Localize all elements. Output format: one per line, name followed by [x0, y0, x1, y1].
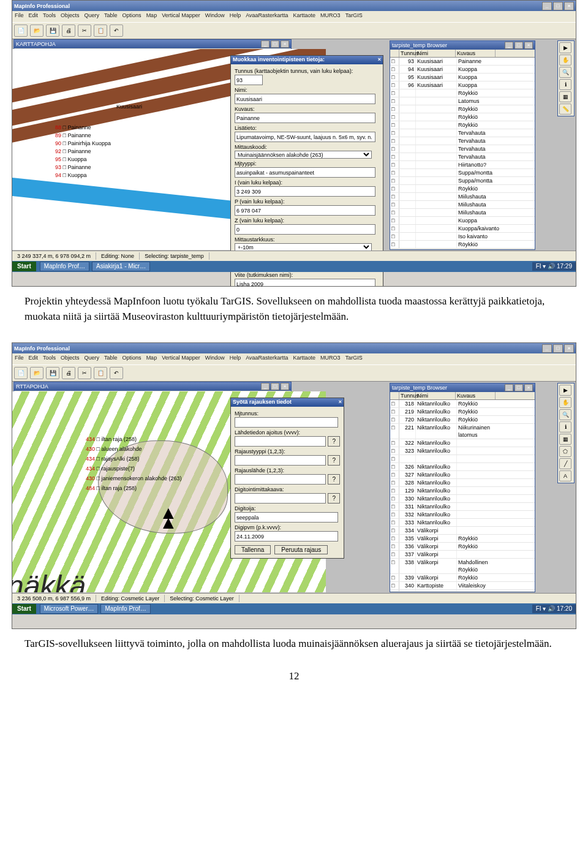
kuvaus-input[interactable]: [235, 113, 375, 123]
table-row[interactable]: □334Välikorpi: [390, 527, 535, 535]
new-icon[interactable]: 📄: [14, 367, 28, 379]
mkoodi-select[interactable]: Muinaisjäännöksen alakohde (263): [235, 151, 372, 159]
menu-item[interactable]: Window: [205, 354, 225, 364]
tool-palette[interactable]: ▶✋🔍ℹ▦⬠╱A: [557, 383, 575, 483]
lisatieto-input[interactable]: [235, 132, 375, 142]
table-row[interactable]: □318NiktanriloulkoRöykkiö: [390, 400, 535, 408]
menu-item[interactable]: Tools: [43, 12, 56, 21]
table-row[interactable]: □Suppa/montta: [390, 177, 535, 185]
table-row[interactable]: □Latomus: [390, 97, 535, 105]
table-row[interactable]: □Tervahauta: [390, 153, 535, 161]
table-row[interactable]: □331Niktanriloulko: [390, 503, 535, 511]
undo-icon[interactable]: ↶: [110, 367, 123, 379]
taskbar-item[interactable]: MapInfo Prof…: [100, 604, 150, 614]
table-row[interactable]: □: [390, 455, 535, 463]
help-button[interactable]: ?: [328, 493, 340, 504]
viite-input[interactable]: [235, 279, 375, 287]
digipvm-input[interactable]: [235, 531, 338, 542]
table-row[interactable]: □Tervahauta: [390, 129, 535, 137]
nimi-input[interactable]: [235, 94, 375, 104]
mtyyp-input[interactable]: [235, 167, 375, 178]
table-row[interactable]: □221NiktanriloulkoNiikurinainen latomus: [390, 424, 535, 439]
start-button[interactable]: Start: [12, 262, 36, 271]
boundary-dialog[interactable]: Syötä rajauksen tiedot× Mjtunnus: Lähdet…: [230, 398, 344, 559]
table-row[interactable]: □337Välikorpi: [390, 551, 535, 559]
table-row[interactable]: □Miilushauta: [390, 209, 535, 217]
i-input[interactable]: [235, 186, 375, 197]
menu-item[interactable]: TarGIS: [345, 354, 363, 364]
table-row[interactable]: □336VälikorpiRöykkiö: [390, 543, 535, 551]
window-controls[interactable]: _□×: [542, 2, 574, 10]
open-icon[interactable]: 📂: [30, 367, 43, 379]
menu-item[interactable]: Tools: [43, 354, 56, 364]
taskbar-item[interactable]: MapInfo Prof…: [40, 262, 89, 271]
menubar[interactable]: FileEditToolsObjectsQueryTableOptionsMap…: [12, 353, 576, 364]
menu-item[interactable]: TarGIS: [345, 12, 363, 21]
table-row[interactable]: □323Niktanriloulko: [390, 447, 535, 455]
menu-item[interactable]: Table: [104, 12, 118, 21]
help-button[interactable]: ?: [328, 474, 340, 485]
window-controls[interactable]: _□×: [542, 344, 574, 353]
undo-icon[interactable]: ↶: [110, 25, 123, 37]
table-row[interactable]: □Miilushauta: [390, 193, 535, 201]
menu-item[interactable]: Options: [123, 12, 141, 21]
menu-item[interactable]: Karttaote: [293, 12, 316, 21]
cancel-button[interactable]: Peruuta rajaus: [274, 545, 328, 554]
menu-item[interactable]: Options: [123, 354, 141, 364]
print-icon[interactable]: 🖨: [62, 25, 75, 37]
menu-item[interactable]: AvaaRasterkartta: [246, 12, 288, 21]
table-row[interactable]: □340KarttopisteViitaleiskoy: [390, 582, 535, 590]
table-row[interactable]: □328Niktanriloulko: [390, 479, 535, 487]
help-button[interactable]: ?: [328, 455, 340, 466]
table-row[interactable]: □720NiktanriloulkoRöykkiö: [390, 416, 535, 424]
taskbar[interactable]: Start Microsoft Power… MapInfo Prof… FI …: [12, 603, 576, 614]
table-row[interactable]: □Röykkiö: [390, 113, 535, 121]
cut-icon[interactable]: ✂: [78, 25, 91, 37]
table-row[interactable]: □335VälikorpiRöykkiö: [390, 535, 535, 543]
table-row[interactable]: □339VälikorpiRöykkiö: [390, 574, 535, 582]
help-button[interactable]: ?: [328, 436, 340, 447]
menu-item[interactable]: Edit: [29, 354, 39, 364]
menu-item[interactable]: Vertical Mapper: [162, 354, 200, 364]
open-icon[interactable]: 📂: [30, 25, 43, 37]
menu-item[interactable]: Edit: [29, 12, 39, 21]
start-button[interactable]: Start: [12, 604, 36, 614]
table-row[interactable]: □Kuoppa: [390, 217, 535, 225]
system-tray[interactable]: FI ▾ 🔊 17:29: [532, 262, 576, 271]
table-row[interactable]: □Kuoppa/kaivanto: [390, 225, 535, 233]
table-row[interactable]: □96KuusisaariKuoppa: [390, 81, 535, 89]
table-row[interactable]: □Miilushauta: [390, 201, 535, 209]
table-row[interactable]: □Iso kaivanto: [390, 233, 535, 241]
table-row[interactable]: □Röykkiö: [390, 185, 535, 193]
menu-item[interactable]: File: [15, 354, 24, 364]
digitoija-input[interactable]: [235, 512, 338, 523]
print-icon[interactable]: 🖨: [62, 367, 75, 379]
table-row[interactable]: □95KuusisaariKuoppa: [390, 74, 535, 81]
menu-item[interactable]: Objects: [61, 12, 80, 21]
menu-item[interactable]: Objects: [61, 354, 80, 364]
table-row[interactable]: □Röykkiö: [390, 89, 535, 97]
table-row[interactable]: □332Niktanriloulko: [390, 511, 535, 519]
z-input[interactable]: [235, 224, 375, 235]
rajaustyyppi-input[interactable]: [235, 455, 326, 466]
menu-item[interactable]: MURO3: [320, 12, 341, 21]
browser-window[interactable]: tarpiste_temp Browser_□× TunnusNimiKuvau…: [390, 40, 535, 250]
table-row[interactable]: □333Niktanriloulko: [390, 519, 535, 527]
browser-window[interactable]: tarpiste_temp Browser_□× TunnusNimiKuvau…: [390, 383, 535, 592]
table-row[interactable]: □94KuusisaariKuoppa: [390, 66, 535, 74]
menu-item[interactable]: File: [15, 12, 24, 21]
menu-item[interactable]: Help: [230, 354, 241, 364]
table-row[interactable]: □338VälikorpiMahdollinen Röykkiö: [390, 559, 535, 574]
new-icon[interactable]: 📄: [14, 25, 28, 37]
menubar[interactable]: FileEditToolsObjectsQueryTableOptionsMap…: [12, 11, 576, 22]
copy-icon[interactable]: 📋: [94, 367, 107, 379]
menu-item[interactable]: Window: [205, 12, 225, 21]
mjtunnus-input[interactable]: [235, 417, 338, 428]
menu-item[interactable]: AvaaRasterkartta: [246, 354, 288, 364]
table-row[interactable]: □Tervahauta: [390, 137, 535, 145]
rajauslahde-input[interactable]: [235, 474, 326, 485]
table-row[interactable]: □Hiirtanotto?: [390, 161, 535, 169]
system-tray[interactable]: FI ▾ 🔊 17:20: [532, 605, 576, 613]
taskbar-item[interactable]: Microsoft Power…: [40, 604, 99, 614]
menu-item[interactable]: Query: [85, 12, 100, 21]
